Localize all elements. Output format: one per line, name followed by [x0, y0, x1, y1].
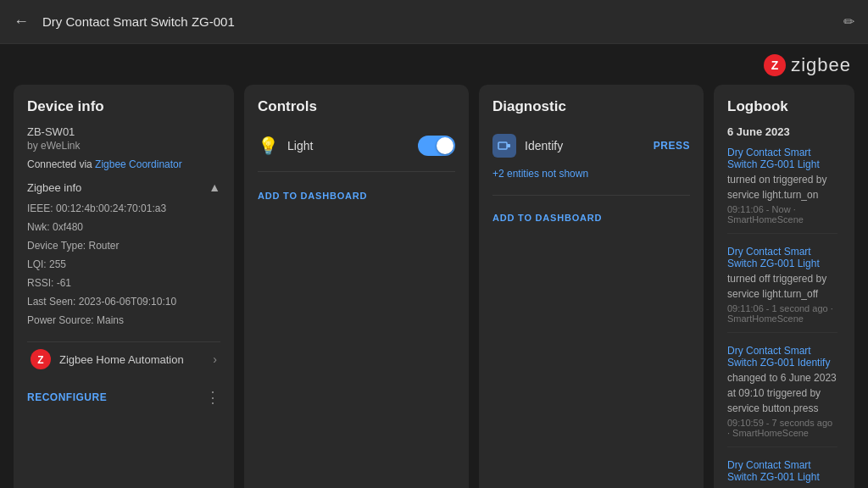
- log-link[interactable]: Dry Contact Smart Switch ZG-001 Identify: [727, 345, 837, 369]
- identify-row: Identify PRESS: [492, 134, 690, 158]
- zigbee-logo-row: Z zigbee: [14, 54, 854, 76]
- device-brand: by eWeLink: [27, 140, 220, 152]
- device-type-row: Device Type: Router: [27, 238, 220, 253]
- zigbee-home-label: Zigbee Home Automation: [59, 353, 204, 366]
- log-desc: turned off triggered by service light.tu…: [727, 271, 837, 302]
- diagnostic-add-dashboard-button[interactable]: ADD TO DASHBOARD: [492, 209, 690, 226]
- logbook-card: Logbook 6 June 2023 Dry Contact Smart Sw…: [714, 85, 854, 488]
- svg-text:Z: Z: [37, 354, 43, 366]
- zigbee-logo: Z zigbee: [764, 54, 851, 76]
- power-source-row: Power Source: Mains: [27, 313, 220, 328]
- zigbee-text: zigbee: [791, 54, 851, 76]
- device-info-card: Device info ZB-SW01 by eWeLink Connected…: [14, 85, 234, 488]
- page-title: Dry Contact Smart Switch ZG-001: [42, 14, 843, 29]
- more-options-button[interactable]: ⋮: [205, 388, 220, 407]
- diagnostic-card: Diagnostic Identify PRESS +2 entities no…: [479, 85, 704, 488]
- ieee-row: IEEE: 00:12:4b:00:24:70:01:a3: [27, 201, 220, 216]
- light-toggle[interactable]: [418, 136, 455, 156]
- log-entry: Dry Contact Smart Switch ZG-001 Identify…: [727, 345, 837, 447]
- edit-button[interactable]: ✏: [843, 14, 854, 30]
- main-content: Z zigbee Device info ZB-SW01 by eWeLink …: [0, 44, 868, 488]
- device-info-title: Device info: [27, 98, 220, 115]
- header: ← Dry Contact Smart Switch ZG-001 ✏: [0, 0, 868, 44]
- zigbee-info-toggle[interactable]: Zigbee info ▲: [27, 180, 220, 194]
- svg-text:Z: Z: [771, 58, 779, 72]
- cards-row: Device info ZB-SW01 by eWeLink Connected…: [14, 85, 854, 488]
- svg-rect-4: [498, 142, 507, 149]
- controls-title: Controls: [258, 98, 455, 115]
- log-link[interactable]: Dry Contact Smart Switch ZG-001 Light: [727, 459, 837, 483]
- light-label: Light: [287, 139, 409, 152]
- log-entry: Dry Contact Smart Switch ZG-001 Lighttur…: [727, 147, 837, 234]
- entities-not-shown[interactable]: +2 entities not shown: [492, 166, 690, 181]
- log-time: 09:11:06 - 1 second ago · SmartHomeScene: [727, 303, 837, 324]
- controls-add-dashboard-button[interactable]: ADD TO DASHBOARD: [258, 187, 455, 204]
- zigbee-info-label: Zigbee info: [27, 181, 81, 194]
- log-desc: changed to 6 June 2023 at 09:10 triggere…: [727, 370, 837, 416]
- lqi-row: LQI: 255: [27, 257, 220, 272]
- log-link[interactable]: Dry Contact Smart Switch ZG-001 Light: [727, 147, 837, 170]
- chevron-up-icon: ▲: [209, 180, 220, 194]
- light-control-row: 💡 Light: [258, 136, 455, 156]
- identify-label: Identify: [525, 139, 645, 152]
- rssi-row: RSSI: -61: [27, 275, 220, 291]
- divider: [258, 171, 455, 172]
- logbook-entries: Dry Contact Smart Switch ZG-001 Lighttur…: [727, 147, 841, 488]
- zigbee-icon: Z: [764, 54, 786, 76]
- connected-via: Connected via Zigbee Coordinator: [27, 158, 220, 170]
- log-time: 09:11:06 - Now · SmartHomeScene: [727, 204, 837, 225]
- diagnostic-title: Diagnostic: [492, 98, 690, 115]
- back-button[interactable]: ←: [14, 13, 29, 30]
- logbook-date: 6 June 2023: [727, 125, 841, 138]
- zigbee-home-icon: Z: [31, 349, 51, 369]
- chevron-right-icon: ›: [213, 352, 217, 366]
- log-desc: turned on triggered by service light.tur…: [727, 485, 837, 488]
- log-entry: Dry Contact Smart Switch ZG-001 Lighttur…: [727, 459, 837, 488]
- last-seen-row: Last Seen: 2023-06-06T09:10:10: [27, 294, 220, 309]
- controls-card: Controls 💡 Light ADD TO DASHBOARD: [244, 85, 469, 488]
- reconfigure-row: RECONFIGURE ⋮: [27, 385, 220, 407]
- zigbee-home-button[interactable]: Z Zigbee Home Automation ›: [27, 341, 220, 376]
- device-model: ZB-SW01: [27, 125, 220, 138]
- reconfigure-button[interactable]: RECONFIGURE: [27, 391, 107, 403]
- svg-rect-5: [507, 144, 510, 147]
- light-icon: 💡: [258, 136, 279, 156]
- divider2: [492, 195, 690, 196]
- nwk-row: Nwk: 0xf480: [27, 219, 220, 235]
- zigbee-coordinator-link[interactable]: Zigbee Coordinator: [95, 158, 182, 170]
- log-entry: Dry Contact Smart Switch ZG-001 Lighttur…: [727, 246, 837, 333]
- log-link[interactable]: Dry Contact Smart Switch ZG-001 Light: [727, 246, 837, 269]
- logbook-title: Logbook: [727, 98, 841, 115]
- identify-icon: [492, 134, 516, 158]
- log-desc: turned on triggered by service light.tur…: [727, 172, 837, 202]
- log-time: 09:10:59 - 7 seconds ago · SmartHomeScen…: [727, 418, 837, 438]
- identify-press-button[interactable]: PRESS: [654, 140, 690, 152]
